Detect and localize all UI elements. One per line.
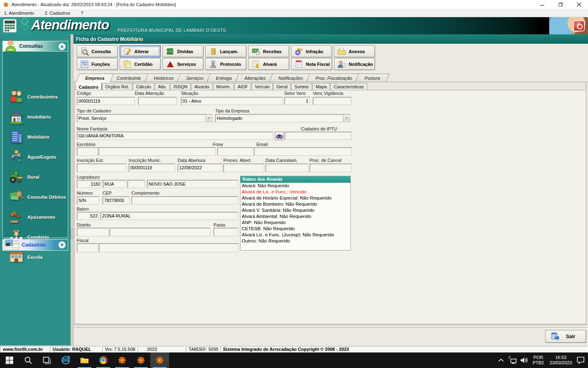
subtab-issqn[interactable]: ISSQN [170, 83, 191, 90]
servi-os-button[interactable]: Serviços [163, 58, 203, 70]
logradouro-nome-input[interactable]: NOVO SAO JOSE [147, 180, 238, 188]
nome-fantasia-input[interactable]: GILVANIA MONITORA [77, 132, 273, 140]
subtab-ativ-[interactable]: Ativ. [155, 83, 170, 90]
venc-vigilancia-input[interactable] [313, 97, 352, 105]
volume-icon[interactable] [519, 355, 529, 366]
logradouro-numero-input[interactable]: 1182 [77, 180, 102, 188]
menu-item-3[interactable]: ? [80, 10, 84, 16]
taskbar-tb-search[interactable] [19, 352, 38, 368]
iptu-lookup-button[interactable] [275, 132, 284, 140]
subtab-cadastro[interactable]: Cadastro [76, 83, 102, 90]
sidebar-item-contribuintes[interactable]: Contribuintes [3, 87, 68, 107]
tab-notifica-es[interactable]: Notificações [269, 74, 312, 82]
consulta-button[interactable]: Consulta [77, 45, 118, 57]
proc-cancel-input[interactable] [310, 164, 352, 172]
email-input[interactable] [254, 147, 352, 156]
sidebar-scrollbar-thumb[interactable] [71, 229, 74, 238]
cadastro-iptu-input[interactable] [285, 132, 352, 140]
clock[interactable]: 16:5323/03/2023 [548, 355, 574, 366]
menu-item-2[interactable]: 2. Cadastros [44, 10, 71, 16]
setor-venc-input[interactable]: 1 [284, 97, 310, 105]
taskbar-fiorilli-flower[interactable] [113, 352, 131, 368]
logradouro-extra-input[interactable] [127, 180, 145, 188]
notification-bubble-icon[interactable] [576, 355, 586, 366]
proces-abert-input[interactable] [223, 164, 264, 172]
sidebar-group-cadastros[interactable]: Cadastros [2, 239, 68, 251]
d-vidas-button[interactable]: Dívidas [163, 45, 203, 57]
dropdown-arrow-icon[interactable] [343, 114, 350, 122]
subtab-org-os-rel-[interactable]: Orgãos Rel. [102, 83, 133, 90]
fun-es-button[interactable]: Funções [77, 58, 118, 70]
tab-postura[interactable]: Postura [355, 74, 390, 82]
sidebar-item-consulta-debitos[interactable]: Consulta Débitos [3, 187, 68, 207]
escritorio-code-input[interactable] [77, 147, 98, 156]
subtab-alvar-s[interactable]: Alvarás [191, 83, 213, 90]
sidebar-group-consultas[interactable]: Consultas [2, 41, 68, 52]
situacao-input[interactable]: 01 - Ativo [181, 97, 283, 105]
tray-chevron-up-icon[interactable] [496, 355, 506, 366]
subtab-movim-[interactable]: Movim. [213, 83, 234, 90]
chevron-up-icon[interactable] [58, 43, 66, 50]
inscricao-munic-input[interactable]: 000001119 [129, 164, 175, 172]
taskbar-file-explorer[interactable] [75, 352, 94, 368]
fiscal-codigo-input[interactable] [77, 243, 98, 252]
taskbar-fiorilli-flower[interactable] [131, 352, 150, 368]
network-icon[interactable] [508, 355, 517, 366]
language-indicator[interactable]: PORPTB2 [530, 355, 546, 366]
sidebar-item-agua-esgoto[interactable]: Água/Esgoto [3, 147, 68, 167]
tipo-empresa-select[interactable]: Homologado [215, 114, 350, 122]
inscricao-est-input[interactable] [77, 164, 127, 172]
certid-o-button[interactable]: Certidão [120, 58, 160, 70]
anexos-button[interactable]: Anexos [334, 45, 375, 57]
sidebar-scrollbar[interactable] [70, 34, 74, 346]
alterar-button[interactable]: Alterar [120, 45, 160, 57]
restore-icon[interactable] [551, 0, 570, 9]
protocolo-button[interactable]: Protocolo [205, 58, 246, 70]
menu-item-1[interactable]: 1. Atendimento [3, 10, 35, 16]
alvar--button[interactable]: Alvará [248, 58, 289, 70]
dropdown-arrow-icon[interactable] [205, 114, 212, 122]
lan-am--button[interactable]: Lançam. [205, 45, 246, 57]
subtab-geral[interactable]: Geral [273, 83, 291, 90]
subtab-ve-culo[interactable]: Veículo [252, 83, 273, 90]
pasta-input[interactable] [214, 228, 238, 236]
numero-input[interactable]: S/N [77, 196, 99, 204]
data-cancelam-input[interactable] [265, 164, 308, 172]
subtab-caracter-sticas[interactable]: Características [330, 83, 367, 90]
logradouro-tipo-input[interactable]: RUA [103, 180, 127, 188]
distrito-codigo-input[interactable] [77, 228, 109, 236]
infra-o-button[interactable]: Infração [291, 45, 332, 57]
codigo-input[interactable]: 000001119 [77, 97, 135, 105]
sair-button[interactable]: Sair [545, 330, 586, 343]
receitas-button[interactable]: Receitas [248, 45, 289, 57]
subtab-mapa[interactable]: Mapa [312, 83, 330, 90]
taskbar-chrome[interactable] [94, 352, 113, 368]
taskbar-start[interactable] [0, 352, 19, 368]
subtab-aidf[interactable]: AIDF [234, 83, 251, 90]
bairro-codigo-input[interactable]: 522 [77, 212, 99, 220]
nota-fiscal-button[interactable]: Nota Fiscal [291, 58, 332, 70]
sidebar-item-rural[interactable]: Rural [3, 167, 68, 187]
fone-input[interactable] [217, 147, 253, 156]
power-button-icon[interactable] [573, 20, 585, 31]
escritorio-name-input[interactable] [98, 147, 216, 156]
sidebar-item-ajuizamento[interactable]: Ajuizamento [3, 207, 68, 227]
data-alteracao-input[interactable] [138, 97, 177, 105]
distrito-nome-input[interactable] [109, 228, 210, 236]
taskbar-fiorilli-flower[interactable] [150, 352, 169, 368]
chevron-down-icon[interactable] [58, 241, 66, 249]
subtab-sorteio[interactable]: Sorteio [291, 83, 312, 90]
subtab-c-lculo[interactable]: Cálculo [133, 83, 154, 90]
bairro-nome-input[interactable]: ZONA RURAL [100, 212, 238, 220]
close-icon[interactable] [570, 0, 588, 9]
taskbar-task-view[interactable] [38, 352, 56, 368]
fiscal-nome-input[interactable] [99, 243, 238, 252]
tab-contribuinte[interactable]: Contribuinte [107, 74, 151, 82]
cep-input[interactable]: 78278000 [102, 196, 129, 204]
notifica-o-button[interactable]: Notificação [334, 58, 375, 70]
sidebar-item-imobiliario[interactable]: Imobiliário [3, 107, 68, 127]
complemento-input[interactable] [131, 196, 238, 204]
data-abertura-input[interactable]: 12/08/2022 [178, 164, 223, 172]
sidebar-item-mobiliario[interactable]: Mobiliário [3, 127, 68, 147]
tab-empresa[interactable]: Empresa [76, 74, 114, 82]
